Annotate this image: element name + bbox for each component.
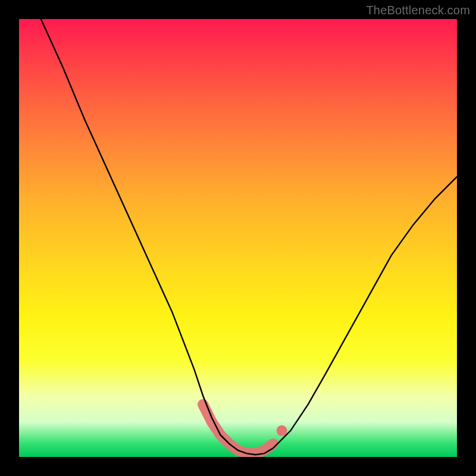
bottleneck-curve bbox=[41, 19, 457, 455]
watermark-text: TheBottleneck.com bbox=[366, 4, 470, 17]
highlight-band bbox=[203, 405, 273, 453]
curve-layer bbox=[19, 19, 457, 457]
highlight-dot bbox=[277, 425, 287, 436]
plot-area bbox=[19, 19, 457, 457]
chart-stage: TheBottleneck.com bbox=[0, 0, 476, 476]
